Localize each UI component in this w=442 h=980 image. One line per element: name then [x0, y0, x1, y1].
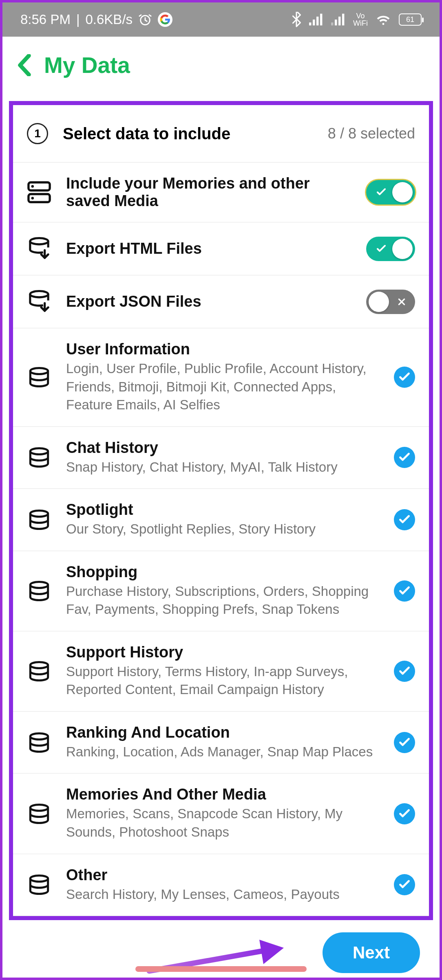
- page-title: My Data: [44, 52, 130, 78]
- bluetooth-icon: [291, 12, 302, 27]
- content-box: 1 Select data to include 8 / 8 selected …: [9, 101, 433, 920]
- svg-point-13: [30, 238, 48, 244]
- category-title: Ranking And Location: [66, 724, 379, 741]
- category-row[interactable]: Memories And Other MediaMemories, Scans,…: [13, 773, 429, 854]
- back-button[interactable]: [16, 54, 33, 76]
- category-desc: Purchase History, Subscriptions, Orders,…: [66, 582, 379, 619]
- category-row[interactable]: Chat HistorySnap History, Chat History, …: [13, 427, 429, 489]
- step-number: 1: [27, 123, 48, 144]
- category-title: Shopping: [66, 563, 379, 581]
- svg-point-16: [30, 448, 48, 455]
- category-check[interactable]: [394, 661, 415, 682]
- svg-rect-3: [316, 17, 318, 26]
- category-row[interactable]: Support HistorySupport History, Terms Hi…: [13, 631, 429, 712]
- section-header: 1 Select data to include 8 / 8 selected: [13, 105, 429, 163]
- category-check[interactable]: [394, 367, 415, 388]
- svg-rect-6: [335, 20, 337, 25]
- database-icon: [27, 367, 51, 387]
- server-icon: [27, 181, 51, 203]
- category-check[interactable]: [394, 803, 415, 824]
- svg-rect-1: [309, 22, 311, 25]
- selected-count: 8 / 8 selected: [328, 125, 415, 142]
- battery-icon: 61: [399, 13, 422, 26]
- category-title: User Information: [66, 341, 379, 358]
- svg-point-18: [30, 582, 48, 588]
- category-check[interactable]: [394, 732, 415, 753]
- app-header: My Data: [2, 37, 440, 101]
- category-row[interactable]: OtherSearch History, My Lenses, Cameos, …: [13, 854, 429, 916]
- row-label: Export JSON Files: [66, 293, 351, 310]
- database-icon: [27, 510, 51, 530]
- annotation-arrow-icon: [145, 936, 300, 980]
- category-title: Spotlight: [66, 501, 379, 519]
- category-title: Memories And Other Media: [66, 786, 379, 803]
- toggle-html[interactable]: [366, 237, 415, 261]
- svg-point-22: [30, 876, 48, 882]
- category-desc: Memories, Scans, Snapcode Scan History, …: [66, 805, 379, 841]
- wifi-icon: [375, 13, 391, 26]
- svg-point-14: [30, 291, 48, 297]
- section-title: Select data to include: [63, 125, 328, 143]
- category-desc: Search History, My Lenses, Cameos, Payou…: [66, 886, 379, 904]
- category-row[interactable]: Ranking And LocationRanking, Location, A…: [13, 712, 429, 774]
- row-export-html[interactable]: Export HTML Files: [13, 222, 429, 275]
- status-time: 8:56 PM: [20, 12, 71, 27]
- export-db-icon: [27, 290, 51, 314]
- status-speed: 0.6KB/s: [85, 12, 133, 27]
- category-check[interactable]: [394, 874, 415, 895]
- export-db-icon: [27, 237, 51, 261]
- category-row[interactable]: User InformationLogin, User Profile, Pub…: [13, 328, 429, 427]
- row-include-memories[interactable]: Include your Memories and other saved Me…: [13, 163, 429, 222]
- svg-rect-8: [342, 14, 344, 26]
- category-desc: Ranking, Location, Ads Manager, Snap Map…: [66, 743, 379, 761]
- category-row[interactable]: ShoppingPurchase History, Subscriptions,…: [13, 551, 429, 631]
- signal-2-icon: [331, 13, 346, 26]
- svg-point-12: [31, 197, 34, 199]
- database-icon: [27, 804, 51, 824]
- category-title: Support History: [66, 644, 379, 661]
- row-export-json[interactable]: Export JSON Files: [13, 275, 429, 328]
- toggle-json[interactable]: [366, 290, 415, 314]
- svg-rect-4: [320, 14, 322, 26]
- category-desc: Our Story, Spotlight Replies, Story Hist…: [66, 520, 379, 538]
- database-icon: [27, 447, 51, 468]
- category-check[interactable]: [394, 509, 415, 530]
- svg-point-11: [31, 185, 34, 187]
- svg-point-15: [30, 368, 48, 374]
- category-check[interactable]: [394, 447, 415, 468]
- row-label: Export HTML Files: [66, 240, 351, 257]
- category-desc: Login, User Profile, Public Profile, Acc…: [66, 360, 379, 414]
- row-label: Include your Memories and other saved Me…: [66, 175, 351, 210]
- svg-point-21: [30, 804, 48, 811]
- svg-rect-2: [313, 20, 315, 25]
- database-icon: [27, 875, 51, 895]
- vowifi-icon: VoWiFi: [353, 12, 368, 27]
- google-icon: [158, 12, 172, 27]
- svg-point-19: [30, 662, 48, 668]
- category-desc: Support History, Terms History, In-app S…: [66, 663, 379, 699]
- database-icon: [27, 661, 51, 681]
- svg-rect-7: [338, 17, 340, 26]
- database-icon: [27, 732, 51, 753]
- category-check[interactable]: [394, 580, 415, 602]
- svg-point-20: [30, 733, 48, 739]
- category-title: Chat History: [66, 439, 379, 457]
- category-desc: Snap History, Chat History, MyAI, Talk H…: [66, 458, 379, 477]
- database-icon: [27, 581, 51, 601]
- toggle-memories[interactable]: [366, 180, 415, 204]
- category-title: Other: [66, 866, 379, 884]
- alarm-icon: [138, 13, 152, 26]
- svg-point-17: [30, 510, 48, 516]
- category-row[interactable]: SpotlightOur Story, Spotlight Replies, S…: [13, 489, 429, 551]
- svg-rect-5: [331, 22, 333, 25]
- next-button[interactable]: Next: [323, 932, 420, 973]
- home-indicator: [135, 966, 307, 972]
- status-bar: 8:56 PM | 0.6KB/s VoWiFi: [2, 2, 440, 37]
- signal-1-icon: [309, 13, 324, 26]
